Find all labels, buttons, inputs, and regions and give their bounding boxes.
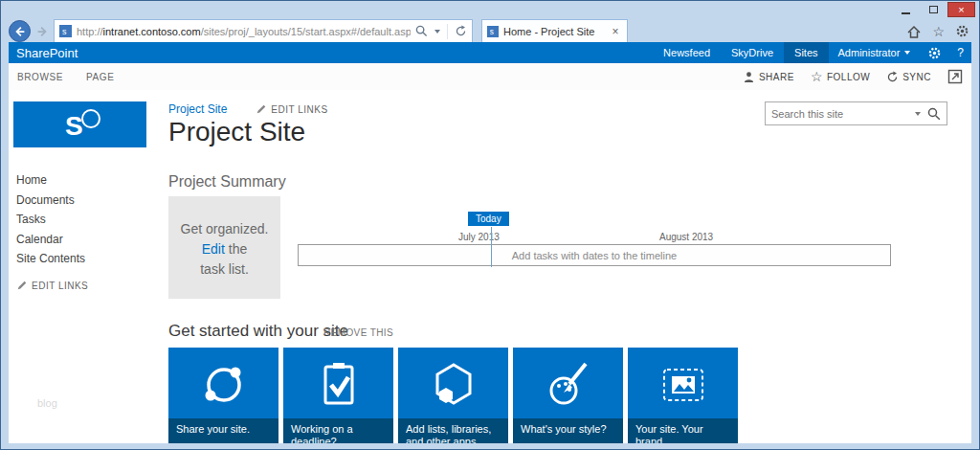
search-scope-dropdown-icon[interactable]: [915, 112, 921, 116]
tile-share-your-site[interactable]: Share your site.: [168, 348, 278, 443]
sync-label: SYNC: [902, 72, 931, 82]
watermark-text: blog: [37, 397, 57, 409]
minimize-icon: [902, 12, 910, 14]
sharepoint-brand: SharePoint: [16, 46, 78, 60]
share-label: SHARE: [759, 72, 794, 82]
user-name: Administrator: [838, 47, 901, 58]
svg-text:S: S: [65, 111, 83, 141]
tile-whats-your-style[interactable]: What's your style?: [513, 348, 623, 443]
tile-label: Your site. Your brand.: [628, 418, 738, 443]
page-title: Project Site: [168, 117, 305, 147]
follow-star-icon: ☆: [811, 70, 823, 83]
ribbon-bar: BROWSE PAGE SHARE ☆ FOLLOW SYNC: [9, 63, 971, 90]
pencil-icon: [16, 280, 28, 291]
maximize-icon: [929, 6, 938, 13]
webpart-title-project-summary: Project Summary: [168, 173, 286, 191]
page-edit-links-button[interactable]: EDIT LINKS: [256, 103, 327, 115]
url-domain: intranet.contoso.com: [103, 26, 201, 37]
back-button[interactable]: [9, 20, 31, 42]
search-magnifier-icon[interactable]: [927, 107, 941, 121]
favorites-star-icon[interactable]: ☆: [932, 25, 945, 38]
timeline-band[interactable]: Add tasks with dates to the timeline: [298, 244, 891, 266]
gear-icon: [927, 46, 942, 60]
tab-close-icon[interactable]: ×: [609, 25, 622, 38]
tab-browse[interactable]: BROWSE: [17, 72, 63, 82]
pencil-icon: [256, 103, 267, 115]
picture-icon: [628, 356, 738, 414]
sync-button[interactable]: SYNC: [886, 71, 931, 83]
remove-this-link[interactable]: REMOVE THIS: [323, 327, 393, 338]
settings-gear-button[interactable]: [920, 42, 949, 63]
tile-label: Share your site.: [168, 418, 278, 443]
breadcrumb[interactable]: Project Site: [168, 102, 227, 116]
home-icon[interactable]: [906, 24, 922, 39]
follow-button[interactable]: ☆ FOLLOW: [811, 70, 870, 83]
suite-link-skydrive[interactable]: SkyDrive: [721, 42, 784, 63]
timeline-month-august: August 2013: [659, 232, 713, 242]
tile-label: What's your style?: [513, 418, 623, 443]
timeline-today-line: [491, 227, 492, 267]
sidebar-item-documents[interactable]: Documents: [16, 191, 160, 211]
get-started-heading: Get started with your site: [168, 322, 348, 341]
panel-line1: Get organized.: [181, 221, 269, 236]
edit-task-list-link[interactable]: Edit: [202, 241, 225, 257]
sidebar-item-calendar[interactable]: Calendar: [16, 230, 160, 250]
timeline-month-july: July 2013: [458, 232, 500, 242]
sync-icon: [886, 71, 899, 83]
url-text: http://intranet.contoso.com/sites/proj/_…: [77, 26, 411, 37]
share-button[interactable]: SHARE: [743, 71, 794, 83]
maximize-button[interactable]: [920, 2, 947, 17]
svg-text:s: s: [62, 27, 67, 36]
page-content: S Home Documents Tasks Calendar Site Con…: [9, 90, 971, 443]
back-arrow-icon: [13, 25, 27, 38]
user-menu[interactable]: Administrator: [829, 42, 921, 63]
chevron-down-icon: [904, 51, 910, 55]
browser-chrome: s http://intranet.contoso.com/sites/proj…: [9, 19, 971, 43]
site-logo[interactable]: S: [13, 101, 146, 147]
hexagon-apps-icon: [398, 356, 508, 414]
sidebar-item-tasks[interactable]: Tasks: [16, 210, 160, 230]
left-navigation: Home Documents Tasks Calendar Site Conte…: [16, 170, 160, 269]
page-viewport: SharePoint Newsfeed SkyDrive Sites Admin…: [9, 42, 971, 441]
close-button[interactable]: ×: [947, 2, 975, 17]
tools-gear-icon[interactable]: [955, 24, 969, 38]
timeline-hint-text: Add tasks with dates to the timeline: [512, 250, 677, 261]
autocomplete-dropdown-icon[interactable]: [434, 30, 440, 34]
svg-text:s: s: [490, 27, 494, 36]
page-edit-links-label: EDIT LINKS: [271, 104, 327, 115]
minimize-button[interactable]: [892, 2, 920, 17]
panel-line3: task list.: [200, 261, 249, 277]
help-button[interactable]: ?: [949, 42, 971, 63]
tab-page[interactable]: PAGE: [86, 72, 114, 82]
site-search: [765, 101, 947, 125]
sharepoint-logo-icon: S: [52, 105, 109, 144]
focus-on-content-button[interactable]: [947, 69, 963, 84]
panel-line2-rest: the: [225, 241, 247, 257]
url-path: /sites/proj/_layouts/15/start.aspx#/defa…: [201, 26, 411, 37]
browser-tab[interactable]: s Home - Project Site ×: [481, 19, 628, 43]
suite-link-newsfeed[interactable]: Newsfeed: [653, 42, 721, 63]
palette-brush-icon: [513, 356, 623, 414]
forward-button[interactable]: [33, 22, 52, 41]
tile-add-lists-libraries-apps[interactable]: Add lists, libraries, and other apps.: [398, 348, 508, 443]
browser-window: × s http://intranet.contoso.com/sites/pr…: [0, 0, 980, 450]
clipboard-check-icon: [283, 356, 393, 414]
follow-label: FOLLOW: [827, 72, 870, 82]
titlebar[interactable]: ×: [1, 1, 979, 18]
suite-link-sites[interactable]: Sites: [784, 42, 828, 63]
tile-your-site-your-brand[interactable]: Your site. Your brand.: [628, 348, 738, 443]
sidebar-edit-links-label: EDIT LINKS: [32, 281, 88, 291]
address-bar[interactable]: s http://intranet.contoso.com/sites/proj…: [54, 19, 473, 43]
sidebar-item-home[interactable]: Home: [16, 170, 160, 191]
tile-working-on-deadline[interactable]: Working on a deadline?: [283, 348, 393, 443]
sidebar-edit-links-button[interactable]: EDIT LINKS: [16, 280, 88, 291]
site-favicon-icon: s: [59, 25, 72, 37]
tab-title: Home - Project Site: [503, 26, 604, 37]
focus-icon: [947, 69, 963, 84]
search-icon[interactable]: [415, 25, 428, 37]
sidebar-item-site-contents[interactable]: Site Contents: [16, 249, 160, 269]
tile-label: Working on a deadline?: [283, 418, 393, 443]
refresh-icon[interactable]: [455, 25, 467, 37]
timeline-side-panel: Get organized. Edit the task list.: [168, 196, 280, 299]
search-input[interactable]: [771, 108, 908, 120]
